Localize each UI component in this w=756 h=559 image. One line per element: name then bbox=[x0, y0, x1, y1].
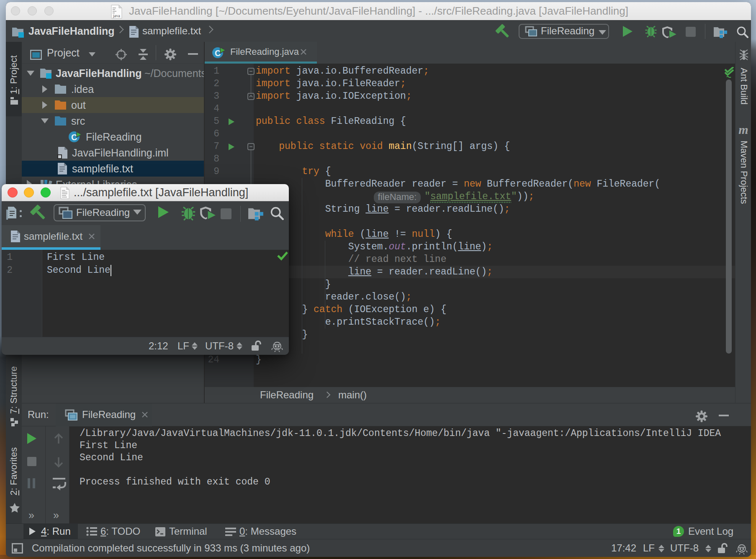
svg-text:java: java bbox=[113, 13, 120, 18]
